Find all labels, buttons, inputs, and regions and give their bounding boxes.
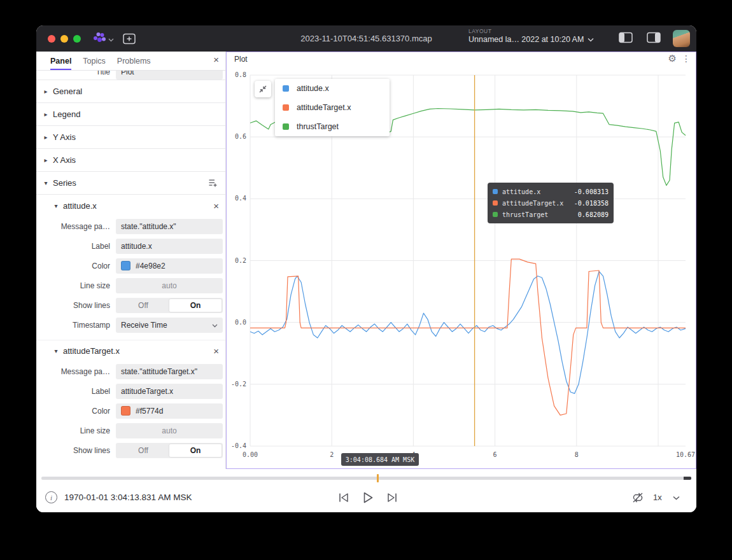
timestamp-select[interactable]: Receive Time	[116, 318, 223, 333]
section-general[interactable]: ▸ General	[36, 80, 225, 103]
legend-item[interactable]: attitude.x	[275, 79, 390, 98]
settings-sidebar: Panel Topics Problems × Title Plot ▸ Gen…	[36, 52, 226, 469]
field-line-size: Line size auto	[36, 276, 225, 295]
series-color-swatch	[283, 104, 289, 111]
line-size-input[interactable]: auto	[116, 423, 223, 438]
data-tooltip: attitude.x -0.008313 attitudeTarget.x -0…	[488, 183, 614, 223]
timeline-end-segment	[684, 477, 691, 480]
line-size-input[interactable]: auto	[116, 278, 223, 293]
show-lines-toggle: Off On	[116, 443, 223, 458]
playback-controls-row: i 1970-01-01 3:04:13.831 AM MSK	[36, 485, 696, 512]
recording-title: 2023-11-10T04:51:45.631370.mcap	[300, 25, 432, 52]
playhead-marker[interactable]	[377, 474, 379, 482]
field-show-lines: Show lines Off On	[36, 440, 225, 460]
section-x-axis[interactable]: ▸ X Axis	[36, 149, 225, 172]
remove-series-icon[interactable]: ×	[213, 201, 219, 211]
message-path-input[interactable]: state."attitudeTarget.x"	[116, 364, 223, 379]
x-tick-label: 10.67	[676, 451, 695, 458]
series-item-attitude-x[interactable]: ▾ attitude.x ×	[36, 195, 225, 216]
tab-panel[interactable]: Panel	[50, 52, 71, 70]
layout-label: LAYOUT	[468, 28, 609, 34]
legend-item[interactable]: thrustTarget	[275, 117, 390, 136]
series-item-attitudetarget-x[interactable]: ▾ attitudeTarget.x ×	[36, 340, 225, 361]
field-message-path: Message pa… state."attitude.x"	[36, 216, 225, 236]
add-panel-button[interactable]	[123, 33, 136, 45]
show-lines-off-button[interactable]: Off	[117, 444, 169, 457]
chevron-right-icon: ▸	[41, 134, 50, 141]
title-input[interactable]: Plot	[116, 71, 223, 80]
series-line-attitude.x	[250, 272, 686, 394]
play-button[interactable]	[360, 489, 376, 506]
color-input[interactable]: #4e98e2	[116, 258, 223, 274]
field-label: Label attitude.x	[36, 236, 225, 256]
y-tick-label: 0.0	[235, 319, 246, 326]
series-color-swatch	[493, 189, 498, 194]
show-lines-on-button[interactable]: On	[169, 444, 222, 457]
color-swatch[interactable]	[121, 261, 130, 270]
show-lines-on-button[interactable]: On	[169, 299, 222, 312]
x-tick-label: 6	[493, 451, 497, 458]
info-icon[interactable]: i	[45, 491, 57, 503]
right-sidebar-toggle-button[interactable]	[647, 32, 661, 43]
y-tick-label: 0.2	[235, 257, 246, 264]
color-input[interactable]: #f5774d	[116, 403, 223, 419]
sidebar-tabs: Panel Topics Problems ×	[36, 52, 225, 71]
chevron-down-icon: ▾	[52, 202, 60, 209]
color-swatch[interactable]	[121, 406, 130, 416]
legend-item[interactable]: attitudeTarget.x	[275, 98, 390, 117]
loop-off-icon[interactable]	[630, 489, 646, 506]
layout-name: Unnamed la… 2022 at 10:20 AM	[468, 35, 584, 44]
clipped-title-row: Title Plot	[36, 71, 225, 80]
section-legend[interactable]: ▸ Legend	[36, 103, 225, 126]
chevron-down-icon	[108, 33, 114, 45]
legend-collapse-button[interactable]	[255, 81, 271, 97]
label-input[interactable]: attitude.x	[116, 239, 223, 254]
plot-panel: Plot ⚙ ⋮ 0.80.60.40.20.0-0.2-0.40.002468…	[226, 52, 696, 469]
add-series-button[interactable]	[208, 178, 218, 188]
tab-topics[interactable]: Topics	[83, 52, 105, 70]
field-label: Label attitudeTarget.x	[36, 381, 225, 401]
field-color: Color #f5774d	[36, 401, 225, 421]
close-window-button[interactable]	[48, 35, 55, 43]
section-series[interactable]: ▾ Series	[36, 172, 225, 195]
zoom-window-button[interactable]	[73, 35, 81, 43]
minimize-window-button[interactable]	[60, 35, 68, 43]
message-path-input[interactable]: state."attitude.x"	[116, 219, 223, 234]
timeline-scrubber[interactable]	[41, 477, 691, 480]
section-y-axis[interactable]: ▸ Y Axis	[36, 126, 225, 149]
app-window: 2023-11-10T04:51:45.631370.mcap LAYOUT U…	[36, 25, 696, 512]
series-color-swatch	[283, 85, 289, 92]
app-menu[interactable]	[92, 31, 114, 46]
remove-series-icon[interactable]: ×	[213, 346, 219, 356]
y-tick-label: -0.2	[231, 381, 246, 388]
show-lines-off-button[interactable]: Off	[117, 299, 169, 312]
series-color-swatch	[493, 212, 498, 217]
field-color: Color #4e98e2	[36, 256, 225, 276]
tab-problems[interactable]: Problems	[117, 52, 151, 70]
titlebar: 2023-11-10T04:51:45.631370.mcap LAYOUT U…	[36, 25, 696, 52]
label-input[interactable]: attitudeTarget.x	[116, 384, 223, 399]
y-tick-label: -0.4	[231, 442, 246, 449]
left-sidebar-toggle-button[interactable]	[619, 32, 633, 43]
seek-forward-button[interactable]	[384, 489, 400, 506]
traffic-lights	[48, 35, 81, 43]
seek-backward-button[interactable]	[335, 489, 352, 506]
chevron-right-icon: ▸	[41, 157, 50, 164]
current-timestamp: 1970-01-01 3:04:13.831 AM MSK	[64, 493, 192, 502]
layout-switcher[interactable]: LAYOUT Unnamed la… 2022 at 10:20 AM	[468, 28, 609, 44]
speed-chevron-icon[interactable]	[668, 489, 684, 506]
plot-legend: attitude.x attitudeTarget.x thrustTarget	[275, 79, 390, 136]
x-tick-label: 0.00	[243, 451, 258, 458]
chevron-down-icon	[212, 321, 218, 330]
chevron-down-icon	[588, 35, 594, 44]
chevron-down-icon: ▾	[41, 179, 50, 186]
user-avatar[interactable]	[673, 30, 690, 47]
playback-speed[interactable]: 1x	[653, 493, 662, 502]
foxglove-logo-icon	[92, 31, 106, 46]
close-icon[interactable]: ×	[213, 55, 219, 64]
playback-bar: i 1970-01-01 3:04:13.831 AM MSK	[36, 469, 696, 512]
field-timestamp: Timestamp Receive Time	[36, 315, 225, 335]
field-line-size: Line size auto	[36, 421, 225, 440]
x-tick-label: 2	[330, 451, 334, 458]
chevron-right-icon: ▸	[41, 111, 50, 118]
